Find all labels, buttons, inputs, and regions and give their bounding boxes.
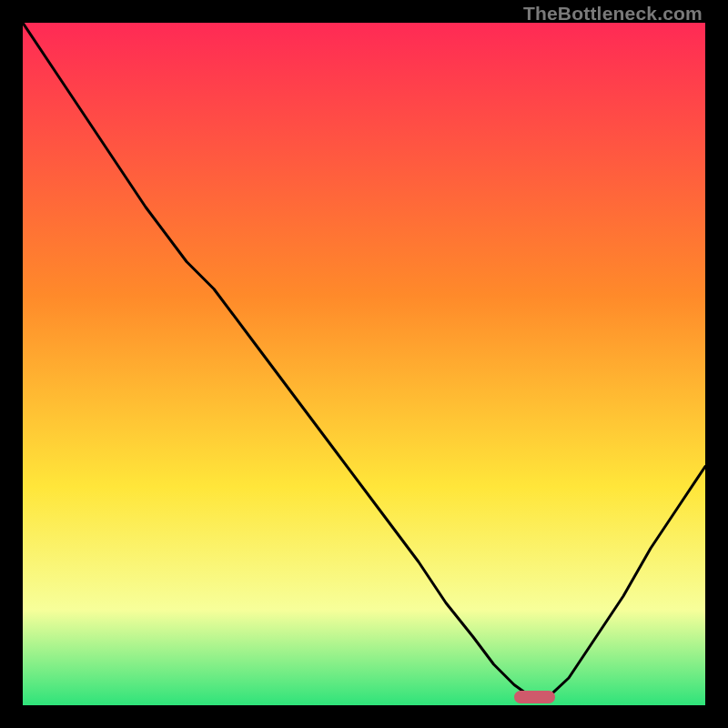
bottleneck-chart xyxy=(23,23,705,705)
chart-frame xyxy=(23,23,705,705)
watermark-text: TheBottleneck.com xyxy=(523,3,703,25)
gradient-fill xyxy=(23,23,705,705)
optimal-marker xyxy=(514,691,555,703)
